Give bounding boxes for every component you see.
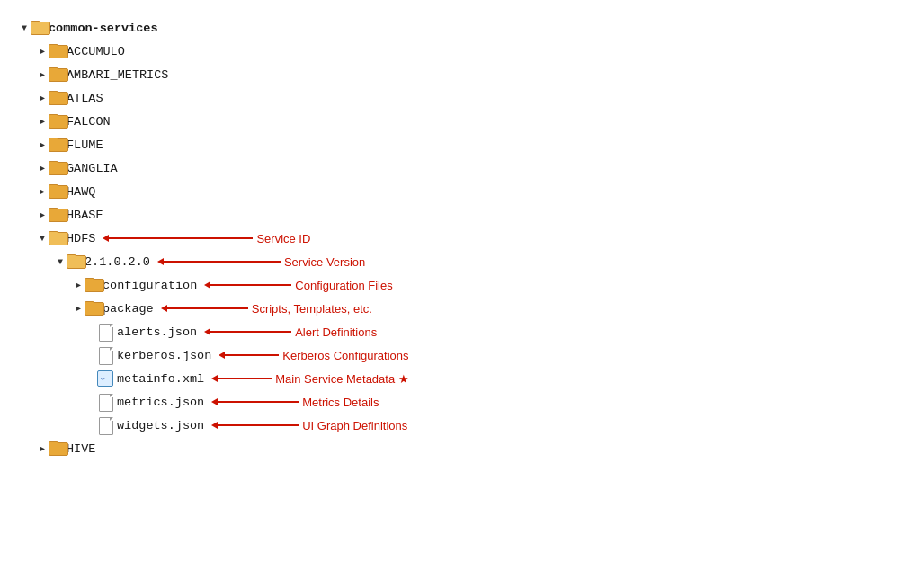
file-icon-metrics: [99, 394, 113, 410]
arrow-head-package: [161, 305, 167, 312]
ann-line-configuration: [210, 284, 291, 286]
label-alerts-json: alerts.json: [117, 325, 197, 339]
tree-item-hdfs[interactable]: HDFS Service ID: [18, 227, 827, 250]
arrow-hbase[interactable]: [36, 209, 49, 220]
annotation-metrics: Metrics Details: [211, 396, 379, 409]
arrow-version[interactable]: [54, 257, 67, 267]
tree-item-metainfo-xml[interactable]: Y metainfo.xml Main Service Metadata ★: [18, 367, 827, 390]
annotation-hdfs: Service ID: [103, 232, 310, 245]
arrow-configuration[interactable]: [72, 280, 85, 290]
tree-item-ambari-metrics[interactable]: AMBARI_METRICS: [18, 63, 827, 86]
ann-text-scripts-templates: Scripts, Templates, etc.: [252, 302, 372, 316]
ann-line-alerts: [210, 331, 291, 333]
folder-icon-configuration: [85, 278, 103, 292]
arrow-falcon[interactable]: [36, 116, 49, 127]
arrow-hive[interactable]: [36, 443, 49, 454]
file-icon-kerberos: [99, 347, 113, 363]
tree-item-hbase[interactable]: HBASE: [18, 203, 827, 227]
folder-icon-package: [85, 301, 103, 316]
tree-item-package[interactable]: package Scripts, Templates, etc.: [18, 297, 827, 320]
folder-icon-ganglia: [49, 161, 67, 175]
arrow-head-version: [157, 258, 164, 265]
star-icon: ★: [398, 372, 409, 386]
ann-text-configuration-files: Configuration Files: [295, 279, 392, 292]
tree-item-kerberos-json[interactable]: kerberos.json Kerberos Configurations: [18, 343, 827, 367]
version-row-wrapper: 2.1.0.2.0 Service Version: [18, 250, 827, 273]
annotation-package: Scripts, Templates, etc.: [161, 302, 372, 316]
arrow-head-alerts: [204, 328, 210, 335]
label-configuration: configuration: [103, 279, 197, 292]
folder-icon-hbase: [49, 208, 67, 222]
label-ganglia: GANGLIA: [67, 162, 118, 175]
arrow-ganglia[interactable]: [36, 163, 49, 174]
label-atlas: ATLAS: [67, 92, 103, 105]
annotation-widgets: UI Graph Definitions: [211, 419, 407, 432]
root-arrow[interactable]: [18, 23, 31, 33]
folder-icon-hawq: [49, 184, 67, 199]
ann-line-package: [167, 307, 248, 309]
annotation-alerts: Alert Definitions: [204, 325, 377, 339]
folder-icon-atlas: [49, 91, 67, 105]
label-kerberos-json: kerberos.json: [117, 349, 211, 362]
annotation-metainfo: Main Service Metadata ★: [211, 372, 409, 386]
folder-icon-accumulo: [49, 44, 67, 58]
arrow-package[interactable]: [72, 303, 85, 314]
tree-item-ganglia[interactable]: GANGLIA: [18, 156, 827, 180]
label-version: 2.1.0.2.0: [85, 255, 150, 269]
label-hive: HIVE: [67, 442, 95, 456]
annotation-version: Service Version: [157, 255, 365, 269]
tree-item-metrics-json[interactable]: metrics.json Metrics Details: [18, 390, 827, 414]
arrow-head-hdfs: [103, 235, 109, 242]
folder-icon-falcon: [49, 114, 67, 129]
tree-item-configuration[interactable]: configuration Configuration Files: [18, 273, 827, 297]
ann-text-service-id: Service ID: [256, 232, 310, 245]
tree-container: common-services ACCUMULO AMBARI_METRICS …: [18, 9, 827, 460]
tree-item-hive[interactable]: HIVE: [18, 437, 827, 460]
annotation-kerberos: Kerberos Configurations: [219, 349, 408, 362]
ann-line-hdfs: [109, 237, 253, 239]
ann-line-version: [164, 261, 281, 263]
ann-line-metrics: [218, 401, 299, 403]
tree-item-version[interactable]: 2.1.0.2.0 Service Version: [18, 250, 827, 273]
svg-text:Y: Y: [101, 377, 105, 383]
label-widgets-json: widgets.json: [117, 419, 204, 432]
root-label: common-services: [49, 22, 158, 35]
file-icon-widgets: [99, 417, 113, 433]
arrow-head-widgets: [211, 422, 218, 429]
label-hbase: HBASE: [67, 209, 103, 222]
arrow-atlas[interactable]: [36, 93, 49, 103]
tree-item-flume[interactable]: FLUME: [18, 133, 827, 156]
tree-item-hawq[interactable]: HAWQ: [18, 180, 827, 203]
arrow-head-kerberos: [219, 352, 225, 359]
ann-text-kerberos-configurations: Kerberos Configurations: [282, 349, 408, 362]
label-hawq: HAWQ: [67, 185, 95, 199]
arrow-ambari-metrics[interactable]: [36, 69, 49, 80]
ann-line-kerberos: [225, 354, 279, 356]
tree-item-alerts-json[interactable]: alerts.json Alert Definitions: [18, 320, 827, 343]
folder-icon-version: [67, 254, 85, 269]
arrow-head-metrics: [211, 398, 218, 405]
label-falcon: FALCON: [67, 115, 111, 129]
arrow-accumulo[interactable]: [36, 46, 49, 57]
folder-icon-ambari-metrics: [49, 67, 67, 82]
tree-item-widgets-json[interactable]: widgets.json UI Graph Definitions: [18, 414, 827, 437]
arrow-head-configuration: [204, 281, 210, 289]
label-metrics-json: metrics.json: [117, 396, 204, 409]
ann-line-widgets: [218, 424, 299, 426]
ann-text-alert-definitions: Alert Definitions: [295, 325, 377, 339]
annotation-configuration: Configuration Files: [204, 279, 392, 292]
tree-item-atlas[interactable]: ATLAS: [18, 86, 827, 110]
folder-icon-hive: [49, 441, 67, 456]
folder-icon-hdfs: [49, 231, 67, 245]
arrow-flume[interactable]: [36, 139, 49, 150]
arrow-hdfs[interactable]: [36, 234, 49, 244]
main-wrapper: common-services ACCUMULO AMBARI_METRICS …: [18, 9, 827, 460]
ann-text-metrics-details: Metrics Details: [302, 396, 379, 409]
label-flume: FLUME: [67, 138, 103, 152]
arrow-hawq[interactable]: [36, 186, 49, 197]
tree-item-falcon[interactable]: FALCON: [18, 110, 827, 133]
tree-item-accumulo[interactable]: ACCUMULO: [18, 40, 827, 63]
ann-text-service-version: Service Version: [284, 255, 365, 269]
root-item[interactable]: common-services: [18, 16, 827, 40]
ann-text-main-service-metadata: Main Service Metadata ★: [275, 372, 409, 386]
